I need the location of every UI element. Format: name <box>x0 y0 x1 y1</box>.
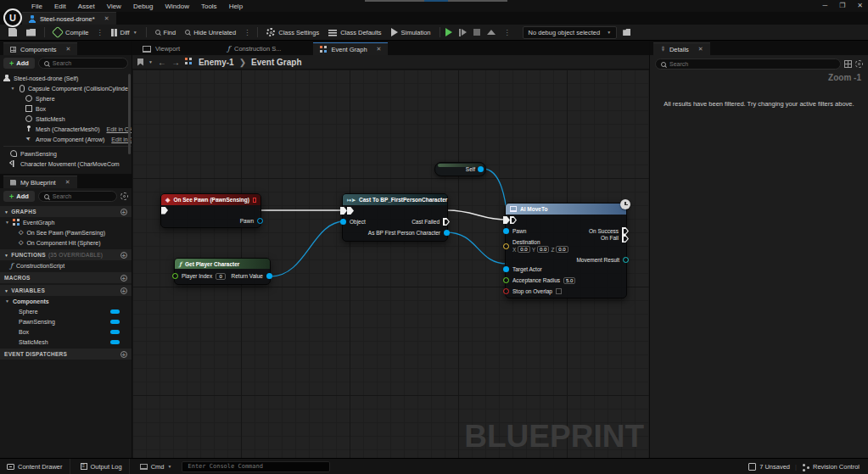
diff-button[interactable]: Diff▼ <box>108 27 141 38</box>
bookmark-icon[interactable] <box>137 59 143 66</box>
components-tab[interactable]: Components ✕ <box>3 42 77 55</box>
macros-section-header[interactable]: MACROS + <box>0 272 132 283</box>
content-drawer-button[interactable]: Content Drawer <box>0 459 70 474</box>
component-row-box[interactable]: Box <box>3 103 132 114</box>
components-search-input[interactable] <box>53 60 122 66</box>
menu-asset[interactable]: Asset <box>72 1 101 12</box>
node-on-see-pawn[interactable]: ◈ On See Pawn (PawnSensing) Pawn <box>160 193 261 228</box>
nav-forward-icon[interactable]: → <box>171 58 180 67</box>
on-success-exec-pin[interactable] <box>622 227 629 235</box>
find-button[interactable]: Find <box>152 27 180 38</box>
object-in-pin[interactable] <box>340 219 346 225</box>
browse-asset-button[interactable] <box>23 27 39 38</box>
variable-type-pill[interactable] <box>110 340 120 344</box>
node-ai-moveto[interactable]: AI MoveTo Pawn On Success Destination X … <box>505 203 627 298</box>
node-cast-to-bp-firstpersoncharacter[interactable]: ↦➤ Cast To BP_FirstPersonCharacter Objec… <box>342 193 448 242</box>
component-row-mesh[interactable]: Mesh (CharacterMesh0) Edit in C+ <box>3 124 132 134</box>
component-row-pawnsensing[interactable]: PawnSensing <box>3 148 132 159</box>
details-tab[interactable]: ✎ Details ✕ <box>653 42 710 55</box>
on-fail-exec-pin[interactable] <box>622 235 629 243</box>
nav-back-icon[interactable]: ← <box>158 58 166 67</box>
add-function-icon[interactable]: + <box>120 252 127 259</box>
event-graph-tab-close-icon[interactable]: ✕ <box>377 46 382 53</box>
compile-button[interactable]: Compile <box>50 26 92 38</box>
compile-options-icon[interactable]: ⋮ <box>95 29 105 36</box>
details-search[interactable] <box>655 59 841 70</box>
console-command-input[interactable] <box>182 461 330 472</box>
details-tab-close-icon[interactable]: ✕ <box>698 46 703 53</box>
exec-in-pin[interactable] <box>340 207 347 215</box>
variable-row-box[interactable]: Box <box>0 326 132 337</box>
bookmark-caret-icon[interactable]: ▼ <box>148 59 153 64</box>
node-self[interactable]: Self <box>434 162 486 176</box>
menu-help[interactable]: Help <box>223 1 249 12</box>
my-blueprint-tab-close-icon[interactable]: ✕ <box>65 179 70 186</box>
event-dispatchers-section-header[interactable]: EVENT DISPATCHERS + <box>0 349 132 360</box>
components-add-button[interactable]: +Add <box>3 58 35 69</box>
node-get-player-character[interactable]: ƒ Get Player Character Player Index 0 Re… <box>174 258 271 285</box>
hide-unrelated-button[interactable]: Hide Unrelated <box>182 27 239 38</box>
destination-y-value[interactable]: 0.0 <box>537 246 549 253</box>
cmd-dropdown[interactable]: Cmd▼ <box>133 459 179 474</box>
details-search-input[interactable] <box>669 61 835 67</box>
event-row-on-see-pawn[interactable]: ◇ On See Pawn (PawnSensing) <box>0 227 132 237</box>
asset-tab[interactable]: Steel-nosed-drone* ✕ <box>22 12 116 25</box>
exec-in-pin[interactable] <box>503 216 510 224</box>
exec-out-pin[interactable] <box>510 216 517 224</box>
add-macro-icon[interactable]: + <box>120 275 127 282</box>
component-row-staticmesh[interactable]: StaticMesh <box>3 114 132 124</box>
delegate-pin[interactable] <box>253 198 256 203</box>
debug-object-select[interactable]: No debug object selected▼ <box>523 26 618 39</box>
breadcrumb-current[interactable]: Event Graph <box>251 58 301 67</box>
class-settings-button[interactable]: Class Settings <box>263 26 322 38</box>
exec-out-pin[interactable] <box>161 207 168 215</box>
variable-type-pill[interactable] <box>110 330 120 334</box>
variable-type-pill[interactable] <box>110 309 120 314</box>
hide-unrelated-options-icon[interactable]: ⋮ <box>242 29 252 36</box>
revision-control-button[interactable]: Revision Control <box>802 463 860 471</box>
eject-button[interactable] <box>487 30 496 35</box>
add-graph-icon[interactable]: + <box>120 209 127 215</box>
save-asset-button[interactable] <box>5 26 20 38</box>
unsaved-button[interactable]: 7 Unsaved <box>748 463 790 471</box>
components-scrollbar[interactable] <box>128 74 131 154</box>
variables-group-components[interactable]: ▼ Components <box>0 296 132 306</box>
variable-row-sphere[interactable]: Sphere <box>0 306 132 316</box>
debug-filter-button[interactable] <box>619 27 634 37</box>
stop-button[interactable] <box>473 29 480 36</box>
details-display-icon[interactable] <box>844 60 852 68</box>
menu-debug[interactable]: Debug <box>127 1 160 12</box>
cast-failed-exec-pin[interactable] <box>443 218 450 226</box>
pawn-out-pin[interactable] <box>257 218 263 224</box>
stop-on-overlap-checkbox[interactable] <box>556 288 562 294</box>
functions-section-header[interactable]: ▼ FUNCTIONS (35 OVERRIDABLE) + <box>0 249 132 260</box>
close-icon[interactable]: ✕ <box>857 2 863 9</box>
asset-tab-close-icon[interactable]: ✕ <box>104 15 109 22</box>
breadcrumb-root[interactable]: Enemy-1 <box>199 58 234 67</box>
frame-skip-button[interactable] <box>459 29 467 36</box>
menu-view[interactable]: View <box>101 1 127 12</box>
menu-tools[interactable]: Tools <box>195 1 223 12</box>
output-log-button[interactable]: Output Log <box>74 459 130 474</box>
play-button[interactable] <box>445 28 452 36</box>
event-graph-canvas[interactable]: ◈ On See Pawn (PawnSensing) Pawn ↦➤ Cast… <box>132 70 649 458</box>
menu-window[interactable]: Window <box>159 1 194 12</box>
pawn-in-pin[interactable] <box>503 228 509 234</box>
stop-on-overlap-pin[interactable] <box>503 288 509 294</box>
component-row-self[interactable]: Steel-nosed-drone (Self) <box>3 73 132 83</box>
event-row-on-component-hit[interactable]: ◇ On Component Hit (Sphere) <box>0 237 132 248</box>
destination-pin[interactable] <box>503 243 509 249</box>
collapse-caret-icon[interactable]: ▼ <box>10 86 15 91</box>
menu-edit[interactable]: Edit <box>48 1 72 12</box>
add-dispatcher-icon[interactable]: + <box>120 351 127 358</box>
components-tab-close-icon[interactable]: ✕ <box>66 46 71 53</box>
simulation-button[interactable]: Simulation <box>388 26 434 38</box>
variable-type-pill[interactable] <box>110 320 120 324</box>
player-index-pin[interactable] <box>172 273 178 279</box>
tab-viewport[interactable]: Viewport <box>136 42 187 55</box>
maximize-icon[interactable]: ❐ <box>839 2 845 9</box>
my-blueprint-search-input[interactable] <box>53 193 111 199</box>
event-graph-row[interactable]: ▼ EventGraph <box>0 217 132 227</box>
construction-script-row[interactable]: ƒ ConstructionScript <box>0 260 132 270</box>
acceptance-radius-pin[interactable] <box>503 277 509 283</box>
